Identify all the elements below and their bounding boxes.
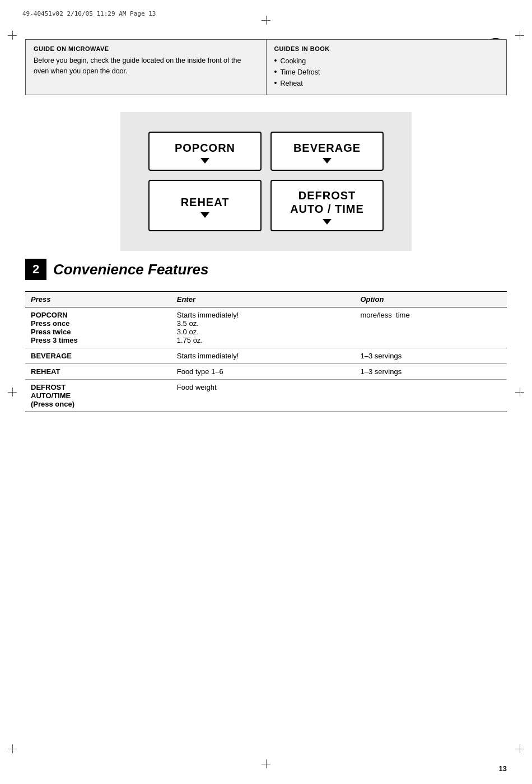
- section-header: 2 Convenience Features: [25, 259, 507, 280]
- table-row-popcorn: POPCORN Press once Press twice Press 3 t…: [25, 307, 507, 348]
- main-content: GUIDE ON MICROWAVE Before you begin, che…: [25, 39, 507, 745]
- list-item-time-defrost: Time Defrost: [274, 67, 499, 78]
- press-reheat: REHEAT: [25, 364, 171, 380]
- section-title: Convenience Features: [53, 261, 208, 278]
- features-table: Press Enter Option POPCORN Press once Pr…: [25, 291, 507, 412]
- corner-mark-bl: [8, 744, 17, 753]
- bottom-center-mark: [262, 759, 270, 768]
- guide-book-title: GUIDES IN BOOK: [274, 45, 499, 52]
- col-header-enter: Enter: [171, 292, 355, 307]
- enter-defrost: Food weight: [171, 380, 355, 412]
- guide-box: GUIDE ON MICROWAVE Before you begin, che…: [25, 39, 507, 95]
- reheat-label: REHEAT: [181, 195, 230, 209]
- table-row-beverage: BEVERAGE Starts immediately! 1–3 serving…: [25, 348, 507, 364]
- list-item-cooking: Cooking: [274, 55, 499, 67]
- beverage-arrow: [323, 158, 332, 164]
- option-reheat: 1–3 servings: [354, 364, 507, 380]
- col-header-press: Press: [25, 292, 171, 307]
- guide-microwave-title: GUIDE ON MICROWAVE: [34, 45, 258, 52]
- page-number: 13: [499, 764, 507, 773]
- defrost-label: DEFROSTAUTO / TIME: [290, 189, 364, 216]
- option-beverage: 1–3 servings: [354, 348, 507, 364]
- list-item-reheat: Reheat: [274, 78, 499, 89]
- enter-reheat: Food type 1–6: [171, 364, 355, 380]
- press-beverage: BEVERAGE: [25, 348, 171, 364]
- buttons-panel: POPCORN BEVERAGE REHEAT DEFROSTAUTO / TI…: [120, 112, 412, 251]
- side-mark-left: [8, 388, 17, 396]
- reheat-arrow: [200, 212, 209, 218]
- defrost-arrow: [323, 219, 332, 225]
- guide-book-list: Cooking Time Defrost Reheat: [274, 55, 499, 89]
- section-number: 2: [25, 259, 46, 280]
- popcorn-label: POPCORN: [175, 141, 235, 155]
- table-row-reheat: REHEAT Food type 1–6 1–3 servings: [25, 364, 507, 380]
- enter-popcorn: Starts immediately! 3.5 oz. 3.0 oz. 1.75…: [171, 307, 355, 348]
- side-mark-right: [515, 388, 524, 396]
- beverage-label: BEVERAGE: [293, 141, 361, 155]
- press-defrost: DEFROST AUTO/TIME (Press once): [25, 380, 171, 412]
- option-defrost: [354, 380, 507, 412]
- option-popcorn: more/less time: [354, 307, 507, 348]
- enter-beverage: Starts immediately!: [171, 348, 355, 364]
- guide-microwave-body: Before you begin, check the guide locate…: [34, 55, 258, 77]
- popcorn-button[interactable]: POPCORN: [148, 132, 262, 171]
- print-info: 49-40451v02 2/10/05 11:29 AM Page 13: [22, 10, 156, 17]
- reheat-button[interactable]: REHEAT: [148, 180, 262, 231]
- page-header: 49-40451v02 2/10/05 11:29 AM Page 13: [22, 10, 510, 17]
- col-header-option: Option: [354, 292, 507, 307]
- corner-mark-tr: [515, 31, 524, 40]
- popcorn-arrow: [200, 158, 209, 164]
- guide-book: GUIDES IN BOOK Cooking Time Defrost Rehe…: [267, 40, 507, 95]
- guide-microwave: GUIDE ON MICROWAVE Before you begin, che…: [26, 40, 267, 95]
- press-popcorn: POPCORN Press once Press twice Press 3 t…: [25, 307, 171, 348]
- corner-mark-tl: [8, 31, 17, 40]
- table-row-defrost: DEFROST AUTO/TIME (Press once) Food weig…: [25, 380, 507, 412]
- corner-mark-br: [515, 744, 524, 753]
- beverage-button[interactable]: BEVERAGE: [270, 132, 384, 171]
- defrost-button[interactable]: DEFROSTAUTO / TIME: [270, 180, 384, 231]
